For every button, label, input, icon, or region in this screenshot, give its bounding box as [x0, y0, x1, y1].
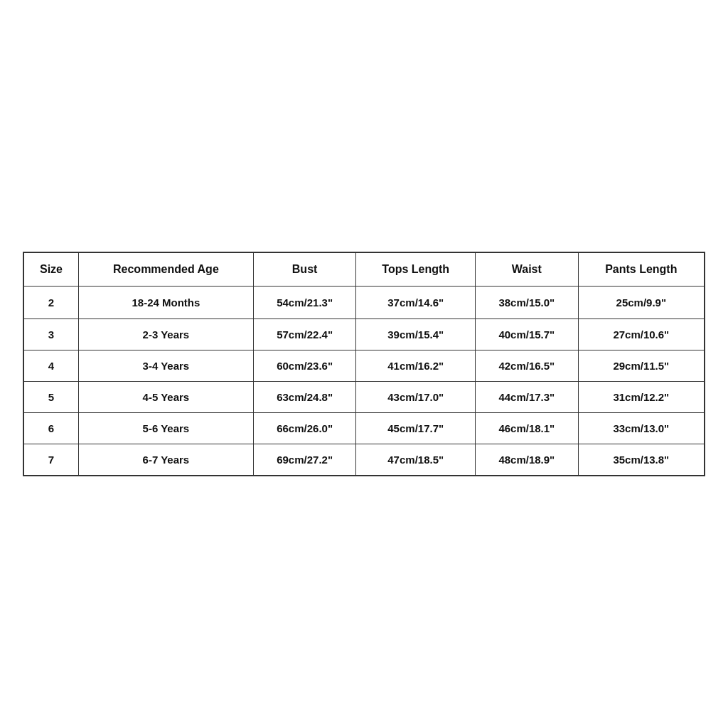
cell-age: 18-24 Months: [78, 287, 253, 319]
cell-size: 4: [23, 350, 78, 382]
cell-pants-length: 27cm/10.6": [578, 319, 705, 350]
cell-size: 5: [23, 382, 78, 413]
col-header-recommended-age: Recommended Age: [78, 252, 253, 287]
cell-pants-length: 25cm/9.9": [578, 287, 705, 319]
size-chart-container: Size Recommended Age Bust Tops Length Wa…: [23, 252, 705, 476]
cell-bust: 69cm/27.2": [253, 444, 356, 476]
cell-size: 3: [23, 319, 78, 350]
cell-age: 5-6 Years: [78, 413, 253, 444]
cell-tops-length: 41cm/16.2": [356, 350, 476, 382]
cell-tops-length: 43cm/17.0": [356, 382, 476, 413]
cell-size: 2: [23, 287, 78, 319]
cell-age: 6-7 Years: [78, 444, 253, 476]
table-row: 54-5 Years63cm/24.8"43cm/17.0"44cm/17.3"…: [23, 382, 705, 413]
cell-waist: 38cm/15.0": [476, 287, 579, 319]
table-header-row: Size Recommended Age Bust Tops Length Wa…: [23, 252, 705, 287]
cell-pants-length: 33cm/13.0": [578, 413, 705, 444]
cell-waist: 42cm/16.5": [476, 350, 579, 382]
cell-tops-length: 39cm/15.4": [356, 319, 476, 350]
cell-pants-length: 35cm/13.8": [578, 444, 705, 476]
col-header-bust: Bust: [253, 252, 356, 287]
cell-size: 7: [23, 444, 78, 476]
table-row: 43-4 Years60cm/23.6"41cm/16.2"42cm/16.5"…: [23, 350, 705, 382]
table-row: 218-24 Months54cm/21.3"37cm/14.6"38cm/15…: [23, 287, 705, 319]
table-row: 65-6 Years66cm/26.0"45cm/17.7"46cm/18.1"…: [23, 413, 705, 444]
cell-waist: 40cm/15.7": [476, 319, 579, 350]
cell-tops-length: 37cm/14.6": [356, 287, 476, 319]
cell-size: 6: [23, 413, 78, 444]
table-row: 32-3 Years57cm/22.4"39cm/15.4"40cm/15.7"…: [23, 319, 705, 350]
col-header-pants-length: Pants Length: [578, 252, 705, 287]
cell-tops-length: 45cm/17.7": [356, 413, 476, 444]
cell-bust: 54cm/21.3": [253, 287, 356, 319]
cell-age: 2-3 Years: [78, 319, 253, 350]
col-header-tops-length: Tops Length: [356, 252, 476, 287]
cell-pants-length: 29cm/11.5": [578, 350, 705, 382]
col-header-size: Size: [23, 252, 78, 287]
cell-pants-length: 31cm/12.2": [578, 382, 705, 413]
cell-bust: 57cm/22.4": [253, 319, 356, 350]
size-chart-table: Size Recommended Age Bust Tops Length Wa…: [23, 252, 705, 476]
cell-bust: 63cm/24.8": [253, 382, 356, 413]
cell-bust: 60cm/23.6": [253, 350, 356, 382]
cell-tops-length: 47cm/18.5": [356, 444, 476, 476]
cell-bust: 66cm/26.0": [253, 413, 356, 444]
cell-age: 3-4 Years: [78, 350, 253, 382]
cell-waist: 46cm/18.1": [476, 413, 579, 444]
col-header-waist: Waist: [476, 252, 579, 287]
cell-waist: 44cm/17.3": [476, 382, 579, 413]
table-row: 76-7 Years69cm/27.2"47cm/18.5"48cm/18.9"…: [23, 444, 705, 476]
cell-age: 4-5 Years: [78, 382, 253, 413]
cell-waist: 48cm/18.9": [476, 444, 579, 476]
